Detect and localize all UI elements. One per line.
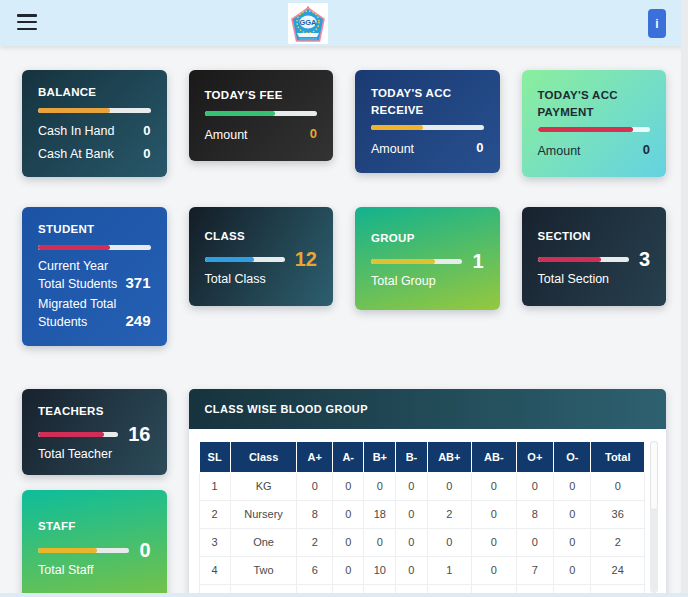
stat-row-value: 371 [125, 272, 150, 294]
todays-acc-receive-card: TODAY'S ACC RECEIVE Amount 0 [355, 70, 500, 173]
table-cell: 0 [591, 472, 645, 500]
stat-row-label: Cash In Hand [38, 122, 114, 140]
table-cell: 0 [472, 556, 517, 584]
card-title: BALANCE [38, 84, 151, 101]
amount-label: Amount [371, 140, 414, 158]
table-header-row: SLClassA+A-B+B-AB+AB-O+O-Total [199, 441, 645, 472]
table-cell: 0 [297, 472, 333, 500]
table-cell: 0 [396, 556, 427, 584]
progress-bar [205, 111, 318, 116]
stat-middle: 0 [38, 540, 151, 560]
column-header: Class [230, 441, 297, 472]
table-cell: Nursery [230, 500, 297, 528]
amount-label: Amount [205, 126, 248, 144]
table-cell: 2 [427, 500, 472, 528]
balance-rows: Cash In Hand0Cash At Bank0 [38, 118, 151, 164]
table-scroll-area: SLClassA+A-B+B-AB+AB-O+O-Total 1KG000000… [199, 441, 646, 597]
column-header: AB- [472, 441, 517, 472]
column-header: O+ [516, 441, 553, 472]
amount-value: 0 [310, 125, 317, 144]
table-cell: 0 [554, 500, 591, 528]
column-header: O- [554, 441, 591, 472]
section-card: SECTION 3 Total Section [522, 207, 667, 306]
table-cell: 1 [199, 472, 230, 500]
dashboard-content: BALANCE Cash In Hand0Cash At Bank0 TODAY… [0, 46, 688, 597]
card-title: GROUP [371, 230, 484, 247]
stat-middle: 3 [538, 249, 651, 269]
stat-value: 1 [472, 251, 483, 271]
stat-row: Cash At Bank0 [38, 145, 151, 164]
table-cell: 0 [333, 556, 364, 584]
stat-middle: 16 [38, 424, 151, 444]
table-cell: 2 [591, 528, 645, 556]
card-title: TEACHERS [38, 403, 151, 420]
table-cell: 0 [396, 528, 427, 556]
table-cell: 8 [297, 500, 333, 528]
group-card: GROUP 1 Total Group [355, 207, 500, 310]
summary-row-2: STUDENT Current Year Total Students371Mi… [22, 207, 666, 345]
todays-acc-payment-card: TODAY'S ACC PAYMENT Amount 0 [522, 70, 667, 177]
stat-label: Total Staff [38, 563, 151, 577]
card-title: TODAY'S ACC PAYMENT [538, 87, 651, 120]
table-cell: 2 [297, 528, 333, 556]
amount-label: Amount [538, 142, 581, 160]
table-cell: One [230, 528, 297, 556]
table-cell: 0 [364, 472, 396, 500]
table-cell: 0 [472, 472, 517, 500]
column-header: Total [591, 441, 645, 472]
progress-bar [38, 548, 129, 553]
stat-row: Cash In Hand0 [38, 122, 151, 141]
table-cell: 0 [427, 528, 472, 556]
blood-group-table: SLClassA+A-B+B-AB+AB-O+O-Total 1KG000000… [199, 441, 646, 597]
table-cell: 6 [297, 556, 333, 584]
staff-card: STAFF 0 Total Staff [22, 490, 167, 597]
progress-bar [371, 125, 484, 130]
table-row: 2Nursery80180208036 [199, 500, 645, 528]
page-scrollbar[interactable] [681, 0, 688, 597]
column-header: AB+ [427, 441, 472, 472]
todays-fee-card: TODAY'S FEE Amount 0 [189, 70, 334, 161]
amount-value: 0 [643, 141, 650, 160]
table-row: 4Two60100107024 [199, 556, 645, 584]
amount-value: 0 [476, 139, 483, 158]
table-cell: 0 [333, 528, 364, 556]
stat-row: Current Year Total Students371 [38, 257, 151, 293]
card-title: CLASS [205, 228, 318, 245]
card-title: STUDENT [38, 221, 151, 238]
student-rows: Current Year Total Students371Migrated T… [38, 255, 151, 332]
stat-row-value: 0 [143, 122, 150, 141]
stat-row-label: Migrated Total Students [38, 295, 122, 331]
stat-value: 3 [639, 249, 650, 269]
table-cell: 2 [199, 500, 230, 528]
progress-bar [538, 127, 651, 132]
hamburger-menu-icon[interactable] [17, 14, 37, 30]
table-cell: Two [230, 556, 297, 584]
column-header: B+ [364, 441, 396, 472]
summary-row-1: BALANCE Cash In Hand0Cash At Bank0 TODAY… [22, 70, 666, 177]
table-cell: 0 [516, 528, 553, 556]
table-scrollbar[interactable] [650, 441, 658, 593]
table-cell: 0 [554, 556, 591, 584]
card-title: TODAY'S ACC RECEIVE [371, 85, 484, 118]
column-header: B- [396, 441, 427, 472]
table-cell: 0 [427, 472, 472, 500]
table-cell: 0 [472, 528, 517, 556]
table-cell: 0 [472, 500, 517, 528]
table-scrollbar-thumb[interactable] [650, 441, 658, 511]
progress-bar [38, 245, 151, 250]
card-title: STAFF [38, 518, 151, 535]
progress-bar [371, 259, 462, 264]
table-cell: 36 [591, 500, 645, 528]
table-cell: 24 [591, 556, 645, 584]
stat-row-value: 249 [125, 310, 150, 332]
progress-bar [538, 257, 629, 262]
table-row: 1KG000000000 [199, 472, 645, 500]
table-cell: 0 [554, 528, 591, 556]
panel-body: SLClassA+A-B+B-AB+AB-O+O-Total 1KG000000… [189, 429, 667, 597]
amount-row: Amount 0 [371, 139, 484, 158]
table-cell: 0 [396, 500, 427, 528]
gga-logo-icon: GGA [290, 5, 326, 43]
bottom-section: TEACHERS 16 Total Teacher STAFF 0 Total … [22, 389, 666, 597]
info-button[interactable]: i [648, 9, 666, 38]
horizontal-scrollbar[interactable] [0, 593, 688, 597]
